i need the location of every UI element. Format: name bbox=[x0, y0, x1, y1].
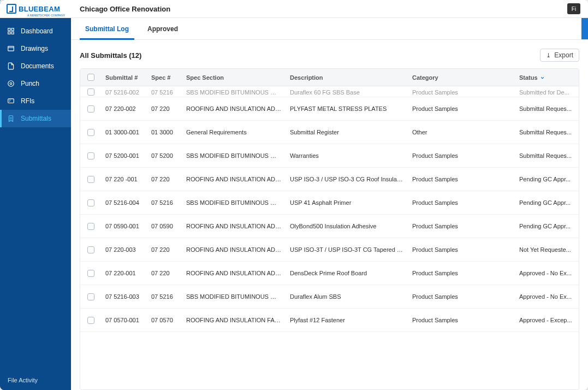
row-checkbox[interactable] bbox=[87, 88, 94, 96]
header-button[interactable]: Fi bbox=[567, 3, 580, 14]
cell-spec: 07 5200 bbox=[147, 152, 182, 159]
project-title: Chicago Office Renovation bbox=[80, 5, 170, 13]
table-body[interactable]: 07 5216-00207 5216SBS MODIFIED BITUMINOU… bbox=[80, 86, 579, 389]
row-checkbox[interactable] bbox=[87, 105, 94, 113]
cell-description: OlyBond500 Insulation Adhesive bbox=[286, 223, 408, 229]
row-checkbox[interactable] bbox=[87, 293, 94, 300]
cell-section: ROOFING AND INSULATION ADHESIV... bbox=[182, 270, 286, 276]
cell-status: Submitted for De... bbox=[515, 89, 579, 96]
sidebar-item-label: Documents bbox=[21, 62, 54, 70]
cell-submittal: 07 5200-001 bbox=[101, 152, 147, 159]
cell-category: Other bbox=[408, 129, 515, 135]
cell-category: Product Samples bbox=[408, 293, 515, 300]
column-submittal[interactable]: Submittal # bbox=[101, 74, 147, 81]
cell-status: Pending GC Appr... bbox=[515, 176, 579, 182]
sidebar-item-label: Submittals bbox=[21, 115, 51, 122]
cell-spec: 07 5216 bbox=[147, 89, 182, 96]
cell-spec: 07 220 bbox=[147, 176, 182, 182]
table-row[interactable]: 07 220-00207 220ROOFING AND INSULATION A… bbox=[80, 97, 579, 121]
row-checkbox[interactable] bbox=[87, 223, 94, 230]
cell-status: Pending GC Appr... bbox=[515, 199, 579, 206]
row-checkbox[interactable] bbox=[87, 246, 94, 253]
table-row[interactable]: 07 5216-00307 5216SBS MODIFIED BITUMINOU… bbox=[80, 285, 579, 309]
cell-section: SBS MODIFIED BITUMINOUS MEMBR... bbox=[182, 152, 286, 159]
brand-logo[interactable]: BLUEBEAM A NEMETSCHEK COMPANY bbox=[0, 0, 71, 18]
table-row[interactable]: 01 3000-00101 3000General RequirementsSu… bbox=[80, 121, 579, 144]
tab-overflow-indicator bbox=[581, 18, 588, 39]
sidebar-items: Dashboard Drawings Documents bbox=[0, 18, 71, 370]
tab-approved[interactable]: Approved bbox=[142, 18, 183, 39]
tab-label: Submittal Log bbox=[85, 25, 129, 33]
table-row[interactable]: 07 220-00307 220ROOFING AND INSULATION A… bbox=[80, 238, 579, 262]
svg-rect-4 bbox=[8, 46, 14, 51]
svg-point-5 bbox=[8, 81, 14, 87]
documents-icon bbox=[7, 62, 15, 70]
tab-label: Approved bbox=[147, 25, 178, 33]
cell-status: Not Yet Requeste... bbox=[515, 246, 579, 253]
content-area: Chicago Office Renovation Fi Submittal L… bbox=[71, 0, 588, 390]
cell-category: Product Samples bbox=[408, 152, 515, 159]
table-row[interactable]: 07 5200-00107 5200SBS MODIFIED BITUMINOU… bbox=[80, 144, 579, 168]
bluebeam-logo-icon bbox=[7, 4, 16, 14]
chevron-down-icon bbox=[540, 75, 545, 80]
cell-submittal: 07 220-003 bbox=[101, 246, 147, 253]
row-checkbox[interactable] bbox=[87, 317, 94, 324]
sidebar-item-submittals[interactable]: Submittals bbox=[0, 110, 71, 127]
app-window: BLUEBEAM A NEMETSCHEK COMPANY Dashboard … bbox=[0, 0, 588, 390]
svg-rect-2 bbox=[8, 32, 10, 34]
sidebar-item-drawings[interactable]: Drawings bbox=[0, 40, 71, 57]
select-all-checkbox[interactable] bbox=[87, 74, 94, 81]
cell-section: SBS MODIFIED BITUMINOUS MEMBR... bbox=[182, 89, 286, 96]
list-title: All Submittals (12) bbox=[80, 51, 141, 60]
cell-section: ROOFING AND INSULATION ADHESIV... bbox=[182, 246, 286, 253]
cell-description: Submittal Register bbox=[286, 129, 408, 135]
column-description[interactable]: Description bbox=[286, 74, 408, 81]
tab-bar: Submittal Log Approved bbox=[71, 18, 588, 40]
table-row[interactable]: 07 0590-00107 0590ROOFING AND INSULATION… bbox=[80, 215, 579, 238]
column-spec[interactable]: Spec # bbox=[147, 74, 182, 81]
cell-submittal: 07 220-001 bbox=[101, 270, 147, 276]
cell-description: Duraflex 60 FG SBS Base bbox=[286, 89, 408, 96]
cell-status: Submittal Reques... bbox=[515, 152, 579, 159]
cell-spec: 07 0590 bbox=[147, 223, 182, 229]
top-bar: Chicago Office Renovation Fi bbox=[71, 0, 588, 18]
row-checkbox[interactable] bbox=[87, 270, 94, 277]
table-row[interactable]: 07 5216-00207 5216SBS MODIFIED BITUMINOU… bbox=[80, 86, 579, 97]
download-icon: ⤓ bbox=[546, 52, 551, 59]
drawings-icon bbox=[7, 44, 15, 53]
cell-section: General Requirements bbox=[182, 129, 286, 135]
cell-status: Approved - Excep... bbox=[515, 317, 579, 323]
cell-description: Warranties bbox=[286, 152, 408, 159]
cell-description: Plyfast #12 Fastener bbox=[286, 317, 408, 323]
cell-spec: 07 220 bbox=[147, 270, 182, 276]
cell-submittal: 07 0570-001 bbox=[101, 317, 147, 323]
sidebar: BLUEBEAM A NEMETSCHEK COMPANY Dashboard … bbox=[0, 0, 71, 390]
cell-category: Product Samples bbox=[408, 176, 515, 182]
sidebar-footer[interactable]: File Activity bbox=[0, 370, 71, 390]
cell-category: Product Samples bbox=[408, 223, 515, 229]
row-checkbox[interactable] bbox=[87, 176, 94, 183]
sidebar-item-documents[interactable]: Documents bbox=[0, 57, 71, 75]
sidebar-item-label: Drawings bbox=[21, 45, 48, 52]
table-row[interactable]: 07 220-00107 220ROOFING AND INSULATION A… bbox=[80, 262, 579, 285]
cell-section: ROOFING AND INSULATION ADHESIV... bbox=[182, 176, 286, 182]
cell-description: Duraflex Alum SBS bbox=[286, 293, 408, 300]
table-row[interactable]: 07 220 -00107 220ROOFING AND INSULATION … bbox=[80, 168, 579, 191]
table-row[interactable]: 07 0570-00107 0570ROOFING AND INSULATION… bbox=[80, 309, 579, 332]
row-checkbox[interactable] bbox=[87, 199, 94, 206]
row-checkbox[interactable] bbox=[87, 129, 94, 136]
cell-status: Submittal Reques... bbox=[515, 105, 579, 112]
brand-tagline: A NEMETSCHEK COMPANY bbox=[27, 14, 65, 17]
sidebar-item-rfis[interactable]: RFIs bbox=[0, 92, 71, 110]
sidebar-item-punch[interactable]: Punch bbox=[0, 75, 71, 92]
row-checkbox[interactable] bbox=[87, 152, 94, 159]
table-row[interactable]: 07 5216-00407 5216SBS MODIFIED BITUMINOU… bbox=[80, 191, 579, 215]
column-category[interactable]: Category bbox=[408, 74, 515, 81]
export-button[interactable]: ⤓ Export bbox=[540, 49, 579, 62]
column-section[interactable]: Spec Section bbox=[182, 74, 286, 81]
cell-description: USP ISO-3T / USP ISO-3T CG Tapered Roof … bbox=[286, 246, 408, 253]
column-status[interactable]: Status bbox=[515, 74, 579, 81]
tab-submittal-log[interactable]: Submittal Log bbox=[80, 18, 134, 39]
sidebar-item-dashboard[interactable]: Dashboard bbox=[0, 22, 71, 40]
svg-rect-0 bbox=[8, 28, 10, 31]
